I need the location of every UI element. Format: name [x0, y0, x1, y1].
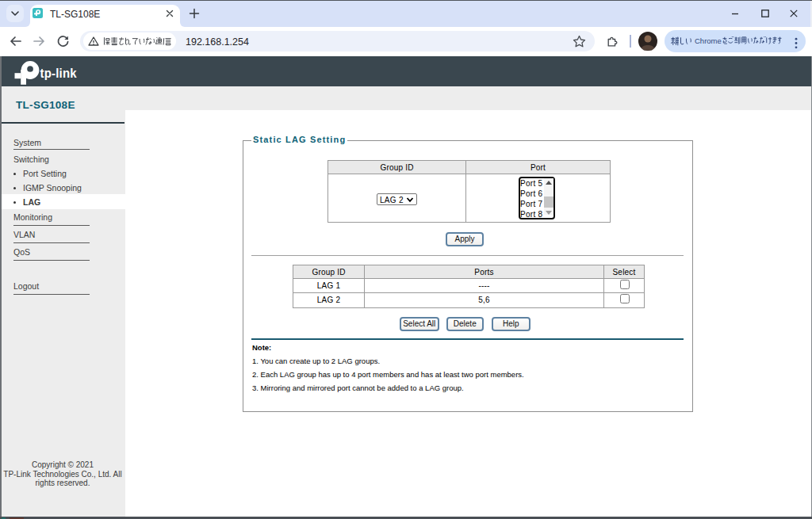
svg-text:tp-link: tp-link	[40, 67, 77, 81]
